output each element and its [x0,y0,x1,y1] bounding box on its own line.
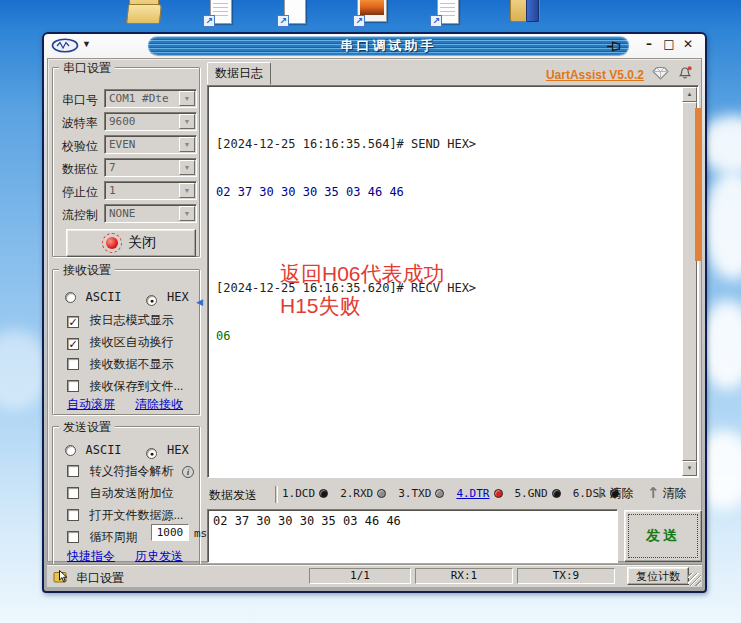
baudrate-label: 波特率 [62,115,98,132]
com-port-select[interactable]: COM1 #Dte ▼ [104,89,197,108]
radio-send-hex[interactable]: ● [146,448,157,459]
minimize-button[interactable]: – [641,37,657,54]
checkbox-cycle-send[interactable] [67,531,79,543]
shortcut-arrow-icon: ↗ [353,15,365,27]
shortcut-arrow-icon: ↗ [430,15,442,27]
port-open-led-icon [106,237,118,249]
shortcut-arrow-icon: ↗ [277,15,289,27]
annotation-overlay: 返回H06代表成功 H15失败 [280,258,445,322]
radio-recv-ascii[interactable] [65,292,76,303]
log-send-bytes: 02 37 30 30 30 35 03 46 46 [216,184,476,200]
parity-label: 校验位 [62,138,98,155]
cycle-period-input[interactable] [151,524,189,541]
desktop-icon-shortcut-photo[interactable]: ↗ [353,0,391,28]
clear-receive-button[interactable]: ↓ 清除 [594,484,634,502]
bell-icon[interactable] [677,65,693,85]
close-port-button[interactable]: 关闭 [66,229,196,257]
serial-settings-group: 串口设置 串口号 COM1 #Dte ▼ 波特率 9600 ▼ [52,67,200,257]
databits-select[interactable]: 7 ▼ [104,158,197,177]
app-logo-icon[interactable] [51,38,79,57]
checkbox-escape-parse[interactable] [67,465,79,477]
cloud [703,170,741,280]
title-bar[interactable]: ▼ 串口调试助手 – □ ✕ [44,34,705,58]
checkbox-auto-wrap[interactable]: ✓ [67,338,79,350]
desktop-icon-folder-book[interactable] [508,0,546,28]
checkbox-file-source[interactable] [67,509,79,521]
checkbox-hide-recv[interactable] [67,358,79,370]
status-page-count: 1/1 [309,568,411,584]
uartassist-window: ▼ 串口调试助手 – □ ✕ 串口设置 串口号 COM1 #Dte ▼ [42,32,707,593]
checkbox-auto-append[interactable] [67,487,79,499]
arrow-up-icon: ↑ [647,484,660,502]
resize-gripper[interactable] [688,573,701,586]
databits-label: 数据位 [62,161,98,178]
scroll-up-icon[interactable]: ▲ [682,87,697,102]
status-tx-count: TX:9 [517,568,615,584]
info-icon[interactable]: i [182,466,194,478]
group-title: 发送设置 [59,419,115,436]
desktop-icon-shortcut-document[interactable]: ↗ [277,0,315,28]
gnd-led-icon [552,489,561,498]
checkbox-save-to-file[interactable] [67,380,79,392]
chevron-down-icon[interactable]: ▼ [179,183,195,198]
chevron-down-icon[interactable]: ▼ [179,206,195,221]
indicator-rxd: 2.RXD [340,487,386,500]
separator [275,486,278,503]
clear-send-button[interactable]: ↑ 清除 [647,484,687,502]
stopbits-select[interactable]: 1 ▼ [104,181,197,200]
history-send-link[interactable]: 历史发送 [135,548,183,565]
indicator-gnd: 5.GND [515,487,561,500]
title-pill: 串口调试助手 [148,36,629,55]
indicator-dcd: 1.DCD [282,487,328,500]
arrow-down-icon: ↓ [594,484,607,502]
chevron-down-icon[interactable]: ▼ [179,91,195,106]
client-area: 串口设置 串口号 COM1 #Dte ▼ 波特率 9600 ▼ [47,58,702,562]
tab-data-log[interactable]: 数据日志 [207,62,271,85]
desktop: ↗ ↗ ↗ ↗ ▼ 串口调试助手 – □ [0,0,741,623]
gem-icon[interactable] [652,66,669,84]
status-bar: 串口设置 1/1 RX:1 TX:9 复位计数 [47,564,702,587]
maximize-button[interactable]: □ [661,37,677,54]
status-text: 串口设置 [76,570,124,587]
radio-recv-hex[interactable]: ● [146,295,157,306]
send-data-input[interactable]: 02 37 30 30 30 35 03 46 46 [207,509,618,563]
log-timestamp-send: [2024-12-25 16:16:35.564]# SEND HEX> [216,136,476,152]
checkbox-log-mode[interactable]: ✓ [67,316,79,328]
desktop-icon-shortcut-document[interactable]: ↗ [430,0,468,28]
clear-receive-link[interactable]: 清除接收 [135,396,183,413]
tab-data-send[interactable]: 数据发送 [209,487,257,504]
parity-select[interactable]: EVEN ▼ [104,135,197,154]
window-title: 串口调试助手 [341,37,437,55]
group-title: 接收设置 [59,262,115,279]
pointer-hand-icon [53,569,70,588]
status-rx-count: RX:1 [415,568,513,584]
chevron-down-icon[interactable]: ▼ [179,114,195,129]
data-log-view[interactable]: [2024-12-25 16:16:35.564]# SEND HEX> 02 … [207,85,699,478]
desktop-icon-folder[interactable] [127,0,165,28]
auto-scroll-link[interactable]: 自动滚屏 [67,396,115,413]
rxd-led-icon [377,489,386,498]
send-settings-group: 发送设置 ASCII ● HEX 转义符指令解析 i 自动发送附加位 [52,426,200,567]
baudrate-select[interactable]: 9600 ▼ [104,112,197,131]
chevron-down-icon[interactable]: ▼ [179,137,195,152]
indicator-dtr[interactable]: 4.DTR [456,487,502,500]
stopbits-label: 停止位 [62,184,98,201]
chevron-down-icon[interactable]: ▼ [82,39,91,49]
chevron-down-icon[interactable]: ▼ [179,160,195,175]
send-button[interactable]: 发送 [624,510,702,562]
close-button[interactable]: ✕ [680,37,696,54]
desktop-icon-shortcut-document[interactable]: ↗ [203,0,241,28]
scroll-down-icon[interactable]: ▼ [682,461,697,476]
quick-commands-link[interactable]: 快捷指令 [67,548,115,565]
reset-count-button[interactable]: 复位计数 [627,567,689,585]
radio-send-ascii[interactable] [65,445,76,456]
version-link[interactable]: UartAssist V5.0.2 [546,68,644,82]
flowcontrol-select[interactable]: NONE ▼ [104,204,197,223]
receive-settings-group: 接收设置 ASCII ● HEX ✓ 按日志模式显示 ✓ 接收区自动换行 [52,269,200,415]
dtr-led-icon [494,489,503,498]
com-port-label: 串口号 [62,92,98,109]
indicator-txd: 3.TXD [398,487,444,500]
pin-icon[interactable] [606,39,623,57]
panel-collapse-arrow-icon[interactable]: ◀ [196,297,203,307]
txd-led-icon [435,489,444,498]
